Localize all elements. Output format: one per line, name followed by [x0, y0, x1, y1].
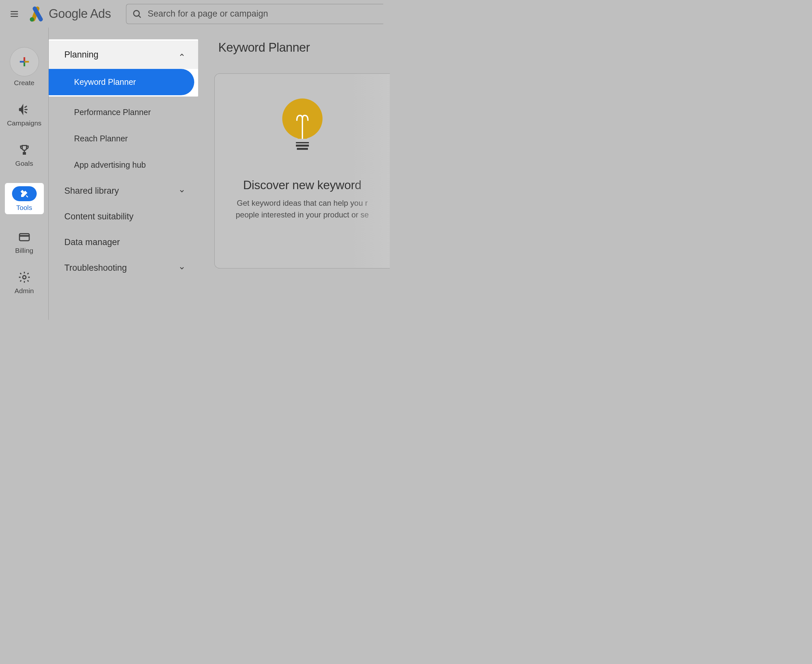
- svg-line-5: [138, 15, 141, 18]
- rail-admin[interactable]: Admin: [5, 270, 44, 295]
- menu-button[interactable]: [6, 6, 22, 22]
- rail-tools-label: Tools: [16, 204, 32, 212]
- nav-item-performance-planner[interactable]: Performance Planner: [49, 99, 198, 125]
- nav-panel: Planning Keyword Planner Performance Pla…: [49, 28, 198, 320]
- nav-item-data-manager[interactable]: Data manager: [49, 229, 198, 255]
- megaphone-icon: [18, 103, 31, 116]
- svg-rect-15: [296, 145, 309, 146]
- rail-campaigns[interactable]: Campaigns: [5, 103, 44, 127]
- create-button-circle: [10, 47, 39, 76]
- search-input[interactable]: [148, 9, 378, 19]
- left-rail: Create Campaigns Goals Tools Billing: [0, 28, 49, 320]
- search-bar[interactable]: [126, 4, 383, 24]
- rail-campaigns-label: Campaigns: [7, 119, 41, 127]
- header: Google Ads: [0, 0, 390, 28]
- logo-text: Google Ads: [49, 7, 111, 21]
- nav-troubleshooting-label: Troubleshooting: [64, 263, 127, 273]
- card-description: Get keyword ideas that can help you r pe…: [236, 197, 369, 221]
- chevron-down-icon: [179, 188, 185, 194]
- card-icon: [18, 230, 31, 243]
- rail-tools[interactable]: Tools: [5, 183, 44, 214]
- svg-rect-10: [19, 234, 29, 241]
- nav-planning-label: Planning: [64, 50, 98, 60]
- card-fade-overlay: [351, 74, 390, 268]
- nav-planning-highlight: Planning Keyword Planner: [49, 39, 198, 96]
- chevron-up-icon: [179, 52, 185, 58]
- logo[interactable]: Google Ads: [28, 6, 111, 22]
- tools-icon: [19, 189, 29, 199]
- rail-create-label: Create: [14, 79, 34, 87]
- gear-icon: [18, 271, 31, 284]
- rail-billing[interactable]: Billing: [5, 230, 44, 254]
- hamburger-icon: [10, 9, 19, 19]
- rail-create[interactable]: Create: [5, 47, 44, 87]
- svg-rect-16: [297, 148, 308, 150]
- page-title: Keyword Planner: [218, 41, 390, 55]
- svg-point-4: [133, 10, 139, 16]
- nav-section-planning[interactable]: Planning: [49, 41, 198, 69]
- nav-item-app-advertising-hub[interactable]: App advertising hub: [49, 152, 198, 178]
- svg-rect-17: [296, 139, 309, 142]
- rail-goals[interactable]: Goals: [5, 143, 44, 168]
- nav-item-keyword-planner[interactable]: Keyword Planner: [49, 69, 194, 95]
- lightbulb-icon: [278, 96, 327, 162]
- nav-section-troubleshooting[interactable]: Troubleshooting: [49, 255, 198, 281]
- discover-keywords-card[interactable]: Discover new keyword Get keyword ideas t…: [214, 73, 390, 269]
- plus-icon: [18, 55, 31, 68]
- rail-billing-label: Billing: [15, 247, 33, 254]
- nav-item-content-suitability[interactable]: Content suitability: [49, 204, 198, 229]
- nav-section-shared-library[interactable]: Shared library: [49, 178, 198, 204]
- svg-point-12: [23, 276, 26, 279]
- nav-shared-library-label: Shared library: [64, 186, 119, 196]
- main-content: Keyword Planner Discover new keyword Get…: [198, 28, 390, 320]
- rail-goals-label: Goals: [15, 159, 33, 168]
- trophy-icon: [18, 143, 31, 156]
- svg-point-3: [30, 17, 34, 21]
- rail-admin-label: Admin: [15, 287, 34, 295]
- search-icon: [132, 9, 142, 19]
- google-ads-logo-icon: [28, 6, 44, 22]
- nav-item-reach-planner[interactable]: Reach Planner: [49, 125, 198, 152]
- card-title: Discover new keyword: [243, 179, 361, 192]
- chevron-down-icon: [179, 265, 185, 272]
